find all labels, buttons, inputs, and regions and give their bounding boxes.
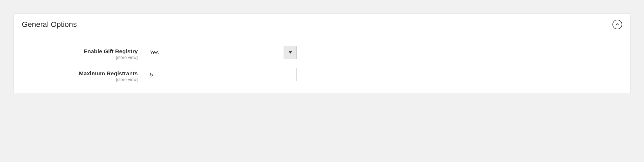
maximum-registrants-scope: [store view] xyxy=(22,77,138,82)
enable-gift-registry-select[interactable]: Yes xyxy=(146,46,297,59)
panel-body: Enable Gift Registry [store view] Yes Ma… xyxy=(14,35,630,93)
label-column: Enable Gift Registry [store view] xyxy=(22,46,146,60)
panel-header: General Options xyxy=(14,14,630,35)
chevron-down-icon xyxy=(284,46,297,59)
general-options-panel: General Options Enable Gift Registry [st… xyxy=(13,13,631,93)
input-column: Yes xyxy=(146,46,297,59)
enable-gift-registry-scope: [store view] xyxy=(22,55,138,60)
enable-gift-registry-row: Enable Gift Registry [store view] Yes xyxy=(22,46,622,60)
chevron-up-icon xyxy=(615,23,619,27)
panel-title: General Options xyxy=(22,20,77,29)
collapse-toggle-button[interactable] xyxy=(612,20,622,29)
maximum-registrants-input[interactable] xyxy=(146,68,297,81)
maximum-registrants-row: Maximum Registrants [store view] xyxy=(22,68,622,82)
enable-gift-registry-label: Enable Gift Registry xyxy=(22,48,138,55)
label-column: Maximum Registrants [store view] xyxy=(22,68,146,82)
input-column xyxy=(146,68,297,81)
select-value: Yes xyxy=(146,46,284,59)
maximum-registrants-label: Maximum Registrants xyxy=(22,70,138,77)
